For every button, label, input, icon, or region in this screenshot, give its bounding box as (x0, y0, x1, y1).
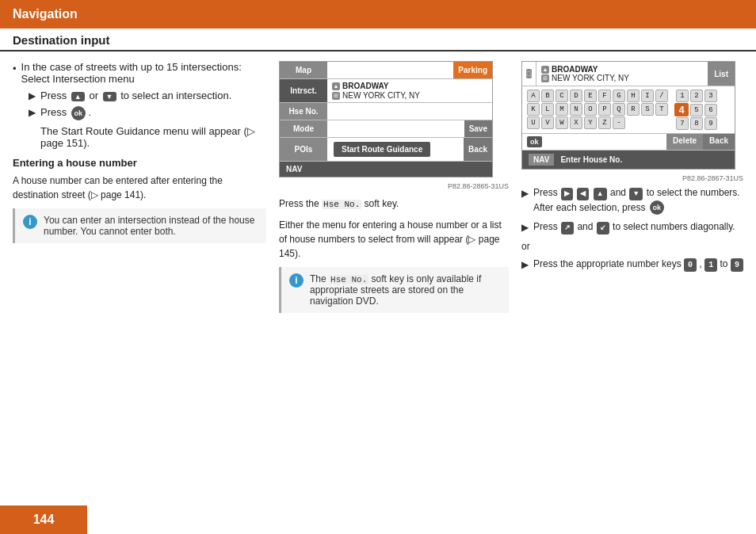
key-1[interactable]: 1 (676, 90, 689, 102)
key-N[interactable]: N (570, 103, 582, 116)
key-5[interactable]: 5 (690, 104, 703, 116)
right-arrow-3: ▶ Press the appropriate number keys 0 , … (521, 257, 743, 272)
middle-column: Map Parking Intrsct. ▲ BROADWAY ⊞ NEW YO… (279, 61, 509, 313)
arrow-item-1: ▶ Press ▲ or ▼ to select an intersection… (29, 90, 266, 101)
kbd-row-2: K L M N O P Q R S T (527, 103, 668, 116)
key-hyphen[interactable]: - (613, 116, 625, 129)
right-text-3: Press the appropriate number keys 0 , 1 … (533, 257, 743, 272)
key-E[interactable]: E (584, 90, 597, 102)
key-P[interactable]: P (598, 103, 611, 116)
bullet-section: • In the case of streets with up to 15 i… (13, 61, 266, 149)
key-R[interactable]: R (627, 103, 640, 116)
right-btn-down[interactable]: ▼ (629, 188, 643, 200)
key-A[interactable]: A (527, 90, 540, 102)
nav-bottom: NAV (280, 162, 492, 177)
right-arrow-icon-1: ▶ (521, 186, 529, 200)
bullet-icon: • (13, 63, 17, 85)
selected-number: 4 (674, 103, 689, 116)
page-number: 144 (33, 513, 55, 527)
info-icon-2: i (289, 273, 304, 288)
right-instructions: ▶ Press ▶ ◀ ▲ and ▼ to select the number… (521, 185, 743, 272)
bullet-text-1: In the case of streets with up to 15 int… (21, 61, 266, 85)
key-8[interactable]: 8 (690, 117, 703, 130)
key-Z[interactable]: Z (598, 116, 611, 129)
up-arrow-btn[interactable]: ▲ (71, 92, 85, 101)
key-2[interactable]: 2 (690, 90, 703, 102)
caption-right: P82.86-2867-31US (521, 174, 743, 182)
key-F[interactable]: F (598, 90, 611, 102)
key-0-display[interactable]: 0 (684, 258, 697, 272)
right-btn-left[interactable]: ◀ (577, 188, 589, 200)
arrow-item-2: ▶ Press ok . (29, 106, 266, 120)
kbd-row-1: A B C D E F G H I / (527, 90, 668, 102)
press-hseno-text: Press the Hse No. soft key. (279, 196, 509, 212)
list-button[interactable]: List (708, 62, 735, 86)
key-G[interactable]: G (613, 90, 625, 102)
numpad-row-3: 7 8 9 (676, 117, 717, 130)
info-text-2: The Hse No. soft key is only available i… (310, 273, 501, 307)
key-O[interactable]: O (584, 103, 597, 116)
nav-label-intrsct: Intrsct. (280, 79, 327, 102)
key-D[interactable]: D (570, 90, 582, 102)
diag-up-btn[interactable]: ↗ (561, 222, 574, 235)
nav-label-right: NAV (529, 154, 554, 166)
keyboard-area: A B C D E F G H I / K L M (522, 86, 735, 134)
key-L[interactable]: L (541, 103, 554, 116)
start-route-button[interactable]: Start Route Guidance (334, 142, 430, 157)
nav-ui-right: □ ▲ BROADWAY ⊞ NEW YORK CITY, NY List (521, 61, 735, 170)
key-1-display[interactable]: 1 (704, 258, 717, 272)
arrow-icon-1: ▶ (29, 90, 36, 101)
ok-key[interactable]: ok (527, 136, 542, 147)
key-6[interactable]: 6 (704, 104, 717, 116)
key-X[interactable]: X (570, 116, 582, 129)
key-V[interactable]: V (541, 116, 554, 129)
right-arrow-icon-3: ▶ (521, 257, 529, 272)
ok-area: ok (522, 134, 666, 150)
ok-btn-right[interactable]: ok (650, 200, 664, 215)
key-T[interactable]: T (655, 103, 668, 116)
key-H[interactable]: H (627, 90, 640, 102)
key-I[interactable]: I (641, 90, 654, 102)
key-9-display[interactable]: 9 (731, 258, 743, 272)
down-arrow-btn[interactable]: ▼ (103, 92, 116, 101)
key-W[interactable]: W (556, 116, 568, 129)
key-slash[interactable]: / (655, 90, 668, 102)
info-text-1: You can enter an intersection instead of… (44, 215, 258, 237)
key-7[interactable]: 7 (676, 117, 689, 130)
enter-house-row: NAV Enter House No. (522, 151, 735, 169)
right-btn-up[interactable]: ▲ (594, 188, 607, 200)
delete-button[interactable]: Delete (666, 134, 703, 150)
key-Y[interactable]: Y (584, 116, 597, 129)
diag-down-btn[interactable]: ↙ (597, 222, 609, 235)
nav-row-hseno: Hse No. (280, 103, 492, 120)
key-C[interactable]: C (556, 90, 568, 102)
info-icon: i (23, 215, 37, 229)
nav-action-save: Save (464, 120, 492, 137)
nav-content-map (327, 62, 453, 78)
house-number-para: A house number can be entered after ente… (13, 174, 266, 202)
header-title: Navigation (13, 7, 78, 21)
right-arrow-1: ▶ Press ▶ ◀ ▲ and ▼ to select the number… (521, 185, 743, 215)
info-box-1: i You can enter an intersection instead … (13, 208, 266, 243)
page-header: Navigation (0, 0, 756, 29)
main-content: • In the case of streets with up to 15 i… (0, 51, 756, 319)
right-action-row: ok Delete Back (522, 134, 735, 151)
entering-house-heading: Entering a house number (13, 157, 266, 169)
key-M[interactable]: M (556, 103, 568, 116)
key-9[interactable]: 9 (704, 117, 717, 130)
key-S[interactable]: S (641, 103, 654, 116)
key-3[interactable]: 3 (704, 90, 717, 102)
key-B[interactable]: B (541, 90, 554, 102)
sub-text-3: The Start Route Guidance menu will appea… (40, 125, 266, 149)
back-button-right[interactable]: Back (703, 134, 735, 150)
key-Q[interactable]: Q (613, 103, 625, 116)
key-U[interactable]: U (527, 116, 540, 129)
nav-label-map: Map (280, 62, 327, 78)
nav-label-mode: Mode (280, 120, 327, 137)
right-btn-right[interactable]: ▶ (561, 188, 573, 200)
key-K[interactable]: K (527, 103, 540, 116)
right-arrow-icon-2: ▶ (521, 220, 529, 235)
ok-button-inline[interactable]: ok (71, 106, 86, 120)
right-arrow-2: ▶ Press ↗ and ↙ to select numbers diagon… (521, 219, 743, 235)
sub-text-2: Press ok . (40, 106, 91, 120)
